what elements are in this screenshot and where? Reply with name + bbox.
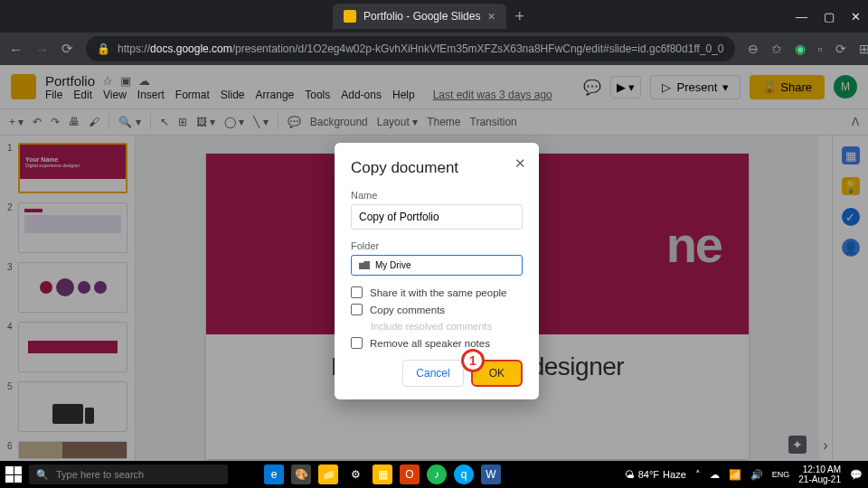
notifications-icon[interactable]: 💬 — [850, 469, 863, 481]
menu-help[interactable]: Help — [392, 89, 415, 101]
move-icon[interactable]: ▣ — [120, 74, 131, 88]
theme-button[interactable]: Theme — [427, 116, 460, 128]
redo-button[interactable]: ↷ — [51, 116, 60, 128]
menu-file[interactable]: File — [45, 89, 62, 101]
app-yellow-icon[interactable]: ▦ — [373, 465, 392, 484]
clock[interactable]: 12:10 AM 21-Aug-21 — [798, 465, 841, 484]
maximize-button[interactable]: ▢ — [824, 10, 835, 23]
background-button[interactable]: Background — [310, 116, 368, 128]
slideshow-button[interactable]: ▶ ▾ — [610, 76, 642, 99]
collections-icon[interactable]: ⊞ — [859, 42, 869, 56]
select-tool[interactable]: ↖ — [160, 116, 169, 128]
thumbnail-panel[interactable]: 1 Your NameDigital experience designer 2… — [0, 136, 136, 461]
comment-tool[interactable]: 💬 — [288, 116, 301, 128]
slide-thumb-5[interactable] — [18, 381, 127, 432]
zoom-button[interactable]: 🔍 ▾ — [118, 116, 140, 128]
weather-widget[interactable]: 🌤 84°F Haze — [625, 469, 686, 480]
minimize-button[interactable]: — — [796, 10, 807, 23]
present-button[interactable]: ▷ Present ▾ — [650, 75, 741, 99]
favorite-icon[interactable]: ✩ — [771, 42, 782, 56]
menu-view[interactable]: View — [103, 89, 127, 101]
settings-icon[interactable]: ⚙ — [345, 465, 365, 484]
slides-logo-icon[interactable] — [11, 74, 36, 99]
slide-thumb-2[interactable] — [18, 202, 127, 253]
zoom-icon[interactable]: ⊖ — [748, 42, 759, 56]
share-checkbox[interactable] — [351, 286, 363, 298]
slides-favicon-icon — [344, 10, 356, 23]
new-tab-button[interactable]: + — [515, 7, 525, 26]
forward-button[interactable]: → — [35, 42, 49, 57]
edge-icon[interactable]: e — [264, 465, 284, 484]
sync-icon[interactable]: ⟳ — [835, 42, 846, 56]
share-same-people-row[interactable]: Share it with the same people — [351, 286, 523, 298]
copy-comments-row[interactable]: Copy comments — [351, 304, 523, 315]
menu-format[interactable]: Format — [175, 89, 210, 101]
system-tray: 🌤 84°F Haze ˄ ☁ 📶 🔊 ENG 12:10 AM 21-Aug-… — [625, 465, 863, 484]
word-icon[interactable]: W — [481, 465, 501, 484]
print-button[interactable]: 🖶 — [69, 116, 80, 128]
slide-thumb-4[interactable] — [18, 322, 127, 372]
dialog-close-icon[interactable]: ✕ — [514, 155, 526, 172]
menu-edit[interactable]: Edit — [73, 89, 92, 101]
collapse-toolbar-icon[interactable]: ᐱ — [852, 116, 859, 128]
close-window-button[interactable]: ✕ — [851, 10, 861, 23]
doc-title[interactable]: Portfolio — [45, 73, 95, 89]
browser-tab[interactable]: Portfolio - Google Slides × — [333, 4, 506, 29]
office-icon[interactable]: O — [400, 465, 420, 484]
last-edit-link[interactable]: Last edit was 3 days ago — [433, 89, 552, 101]
tab-strip: Portfolio - Google Slides × + — [333, 4, 524, 29]
user-avatar[interactable]: M — [834, 75, 857, 99]
onedrive-icon[interactable]: ☁ — [710, 469, 720, 481]
menu-slide[interactable]: Slide — [221, 89, 245, 101]
slide-thumb-6[interactable] — [18, 441, 127, 459]
back-button[interactable]: ← — [9, 42, 23, 57]
horizontal-scroll-right[interactable]: › — [819, 136, 832, 461]
cancel-button[interactable]: Cancel — [402, 360, 463, 387]
explore-button[interactable]: ✦ — [788, 436, 807, 454]
volume-icon[interactable]: 🔊 — [750, 469, 763, 481]
undo-button[interactable]: ↶ — [33, 116, 42, 128]
extensions-icon[interactable]: ▫ — [818, 42, 823, 56]
extension-icon[interactable]: ◉ — [795, 42, 806, 56]
name-input[interactable] — [351, 204, 523, 230]
include-resolved-row: Include resolved comments — [351, 321, 523, 332]
paint-format-button[interactable]: 🖌 — [89, 116, 99, 128]
layout-button[interactable]: Layout ▾ — [377, 116, 418, 128]
comments-icon[interactable]: 💬 — [583, 79, 601, 96]
spotify-icon[interactable]: ♪ — [427, 465, 447, 484]
app-blue-icon[interactable]: q — [454, 465, 474, 484]
comments-checkbox[interactable] — [351, 304, 363, 315]
language-icon[interactable]: ENG — [772, 470, 790, 479]
menu-insert[interactable]: Insert — [137, 89, 165, 101]
menu-addons[interactable]: Add-ons — [341, 89, 382, 101]
contacts-icon[interactable]: 👤 — [842, 239, 860, 257]
image-tool[interactable]: 🖼 ▾ — [196, 116, 215, 128]
tray-chevron-icon[interactable]: ˄ — [695, 469, 701, 481]
line-tool[interactable]: ╲ ▾ — [253, 116, 268, 128]
notes-checkbox[interactable] — [351, 337, 363, 349]
share-button[interactable]: 🔒 Share — [750, 75, 825, 99]
app-icon[interactable]: 🎨 — [291, 465, 311, 484]
cloud-icon[interactable]: ☁ — [138, 74, 150, 88]
tab-close-icon[interactable]: × — [487, 9, 495, 23]
slide-thumb-3[interactable] — [18, 262, 127, 313]
url-input[interactable]: 🔒 https://docs.google.com/presentation/d… — [86, 36, 735, 61]
textbox-tool[interactable]: ⊞ — [178, 116, 187, 128]
wifi-icon[interactable]: 📶 — [729, 469, 741, 481]
star-icon[interactable]: ☆ — [102, 74, 113, 88]
reload-button[interactable]: ⟳ — [61, 41, 73, 57]
new-slide-button[interactable]: + ▾ — [9, 116, 24, 128]
keep-icon[interactable]: 💡 — [842, 177, 860, 195]
tasks-icon[interactable]: ✓ — [842, 208, 860, 226]
remove-notes-row[interactable]: Remove all speaker notes — [351, 337, 523, 349]
shape-tool[interactable]: ◯ ▾ — [224, 116, 244, 128]
transition-button[interactable]: Transition — [470, 116, 517, 128]
menu-arrange[interactable]: Arrange — [256, 89, 295, 101]
slide-thumb-1[interactable]: Your NameDigital experience designer — [18, 143, 127, 193]
calendar-icon[interactable]: ▦ — [842, 146, 860, 164]
folder-picker[interactable]: My Drive — [351, 255, 523, 276]
explorer-icon[interactable]: 📁 — [318, 465, 338, 484]
taskbar-search[interactable]: 🔍 Type here to search — [29, 465, 228, 484]
start-button[interactable] — [5, 466, 22, 483]
menu-tools[interactable]: Tools — [305, 89, 330, 101]
